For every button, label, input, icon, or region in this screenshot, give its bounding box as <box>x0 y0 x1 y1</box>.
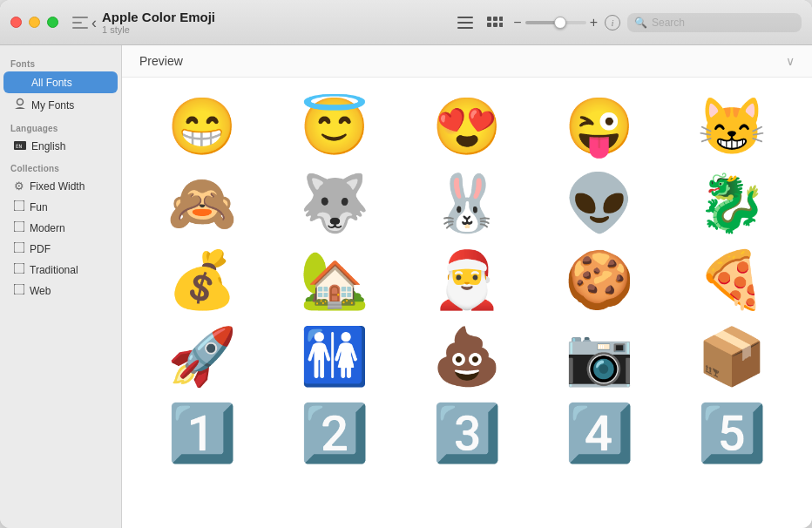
font-subtitle: 1 style <box>102 24 215 35</box>
sidebar-item-fixed-width[interactable]: ⚙ Fixed Width <box>3 176 118 196</box>
toolbar-controls: − + i 🔍 <box>454 13 802 32</box>
size-slider-group: − + <box>513 16 598 30</box>
svg-rect-6 <box>487 17 491 21</box>
sidebar-item-fun[interactable]: Fun <box>3 197 118 217</box>
sidebar-item-english[interactable]: EN English <box>3 136 118 156</box>
preview-chevron-icon: ∨ <box>786 54 795 68</box>
traditional-label: Traditional <box>30 264 78 276</box>
all-fonts-label: All Fonts <box>31 77 72 89</box>
svg-rect-13 <box>21 76 25 80</box>
emoji-grid: 😁😇😍😜😸🙈🐺🐰👽🐉💰🏡🎅🍪🍕🚀🚻💩📷📦1️⃣2️⃣3️⃣4️⃣5️⃣ <box>122 78 812 528</box>
size-slider[interactable] <box>525 21 586 24</box>
list-view-button[interactable] <box>454 13 477 32</box>
search-icon: 🔍 <box>634 17 647 29</box>
emoji-cell: 📦 <box>669 322 795 391</box>
my-fonts-label: My Fonts <box>31 99 74 112</box>
emoji-cell: 👽 <box>537 168 662 238</box>
svg-rect-10 <box>493 23 497 27</box>
emoji-cell: 😍 <box>404 91 530 161</box>
sidebar-item-my-fonts[interactable]: My Fonts <box>3 94 118 116</box>
svg-rect-11 <box>499 23 503 27</box>
svg-rect-3 <box>457 17 473 18</box>
emoji-cell: 💩 <box>404 322 530 391</box>
minimize-button[interactable] <box>29 17 40 28</box>
preview-label: Preview <box>139 54 786 68</box>
emoji-cell: 😁 <box>139 91 265 161</box>
emoji-cell: 🚀 <box>139 322 265 391</box>
emoji-cell: 💰 <box>139 245 265 315</box>
info-button[interactable]: i <box>605 15 620 30</box>
titlebar: ‹ Apple Color Emoji 1 style <box>0 0 812 45</box>
emoji-cell: 3️⃣ <box>404 398 530 468</box>
main-area: Fonts All Fonts <box>0 45 812 528</box>
emoji-cell: 🏡 <box>272 245 397 315</box>
fixed-width-icon: ⚙ <box>14 179 24 193</box>
emoji-cell: 🐉 <box>669 168 795 238</box>
back-button[interactable]: ‹ <box>91 15 97 30</box>
svg-rect-12 <box>15 76 19 80</box>
sidebar-item-pdf[interactable]: PDF <box>3 239 118 259</box>
svg-rect-9 <box>487 23 491 27</box>
main-window: ‹ Apple Color Emoji 1 style <box>0 0 812 528</box>
emoji-cell: 4️⃣ <box>537 398 662 468</box>
svg-rect-0 <box>72 17 88 18</box>
maximize-button[interactable] <box>47 17 58 28</box>
font-name: Apple Color Emoji <box>102 10 215 24</box>
sidebar-item-modern[interactable]: Modern <box>3 218 118 238</box>
svg-rect-1 <box>72 22 82 24</box>
emoji-cell: 🍪 <box>537 245 662 315</box>
sidebar-toggle-button[interactable] <box>69 13 91 32</box>
languages-section-label: Languages <box>0 117 121 135</box>
grid-view-button[interactable] <box>484 13 506 32</box>
all-fonts-icon <box>14 75 26 90</box>
sidebar-item-traditional[interactable]: Traditional <box>3 260 118 280</box>
size-plus-button[interactable]: + <box>590 16 598 30</box>
svg-rect-4 <box>457 22 473 24</box>
fun-icon <box>14 200 24 213</box>
fun-label: Fun <box>30 201 48 213</box>
emoji-cell: 5️⃣ <box>669 398 795 468</box>
preview-header: Preview ∨ <box>122 45 812 78</box>
emoji-cell: 😜 <box>537 91 662 161</box>
svg-rect-8 <box>499 17 503 21</box>
sidebar-item-all-fonts[interactable]: All Fonts <box>3 71 118 93</box>
emoji-cell: 2️⃣ <box>272 398 397 468</box>
svg-rect-14 <box>15 82 19 86</box>
search-box[interactable]: 🔍 <box>627 13 802 32</box>
traffic-lights <box>10 17 58 28</box>
svg-rect-21 <box>14 242 24 253</box>
content-area: Preview ∨ 😁😇😍😜😸🙈🐺🐰👽🐉💰🏡🎅🍪🍕🚀🚻💩📷📦1️⃣2️⃣3️⃣4… <box>122 45 812 528</box>
fonts-section-label: Fonts <box>0 52 121 71</box>
svg-rect-5 <box>457 27 473 29</box>
traditional-icon <box>14 263 24 276</box>
svg-point-16 <box>17 99 24 105</box>
font-title-area: Apple Color Emoji 1 style <box>102 10 215 35</box>
emoji-cell: 🐰 <box>404 168 530 238</box>
pdf-icon <box>14 242 24 255</box>
pdf-label: PDF <box>30 243 51 255</box>
modern-icon <box>14 221 24 234</box>
size-minus-button[interactable]: − <box>513 16 521 30</box>
search-input[interactable] <box>652 17 795 29</box>
emoji-cell: 🙈 <box>139 168 265 238</box>
svg-text:EN: EN <box>16 143 23 149</box>
svg-rect-15 <box>21 82 25 86</box>
emoji-cell: 🎅 <box>404 245 530 315</box>
svg-rect-22 <box>14 263 24 274</box>
emoji-cell: 🍕 <box>669 245 795 315</box>
svg-rect-23 <box>14 284 24 294</box>
svg-rect-7 <box>493 17 497 21</box>
fixed-width-label: Fixed Width <box>30 180 85 193</box>
emoji-cell: 🐺 <box>272 168 397 238</box>
emoji-cell: 😸 <box>669 91 795 161</box>
close-button[interactable] <box>10 17 22 28</box>
collections-section-label: Collections <box>0 157 121 175</box>
my-fonts-icon <box>14 98 26 112</box>
emoji-cell: 🚻 <box>272 322 397 391</box>
modern-label: Modern <box>30 222 65 234</box>
sidebar-item-web[interactable]: Web <box>3 281 118 301</box>
web-icon <box>14 284 24 297</box>
emoji-cell: 1️⃣ <box>139 398 265 468</box>
svg-rect-19 <box>14 200 24 211</box>
english-icon: EN <box>14 139 26 152</box>
